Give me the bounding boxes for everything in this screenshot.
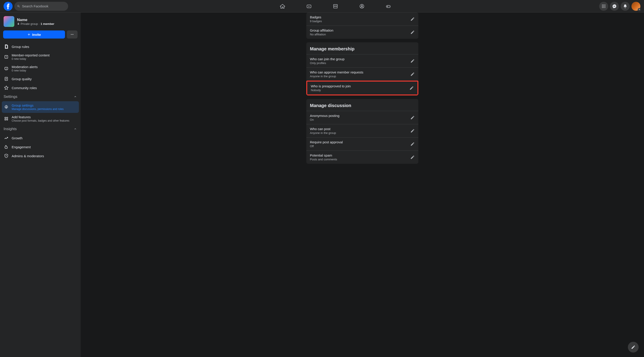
- right-nav: ▼: [599, 2, 640, 11]
- sidebar-item-moderation-alerts[interactable]: Moderation alerts0 new today: [2, 63, 79, 74]
- svg-point-5: [602, 4, 603, 5]
- sidebar-item-label: Engagement: [12, 145, 77, 149]
- svg-point-12: [603, 7, 604, 8]
- card-title: Manage membership: [306, 43, 418, 54]
- card-title: Manage discussion: [306, 100, 418, 111]
- pencil-icon: [410, 59, 415, 63]
- group-thumbnail: [4, 16, 14, 27]
- sidebar: Name Private group · 1 member Invite ···…: [0, 12, 81, 357]
- bell-icon: [623, 4, 628, 8]
- pencil-icon: [410, 17, 415, 21]
- messenger-button[interactable]: [610, 2, 619, 11]
- grid-icon: [602, 4, 606, 8]
- sidebar-item-admins[interactable]: Admins & moderators: [2, 151, 79, 160]
- features-icon: [4, 116, 8, 121]
- sidebar-item-label: Group quality: [12, 77, 77, 81]
- svg-rect-19: [7, 117, 8, 118]
- nav-groups[interactable]: [350, 1, 374, 12]
- sidebar-item-group-quality[interactable]: Group quality: [2, 74, 79, 83]
- setting-row-preapproved[interactable]: Who is preapproved to joinNobody: [306, 81, 418, 95]
- svg-point-3: [361, 5, 362, 6]
- setting-row-require-approval[interactable]: Require post approvalOff: [306, 137, 418, 150]
- engagement-icon: [4, 145, 8, 149]
- messenger-icon: [612, 4, 617, 8]
- search-input[interactable]: [22, 4, 66, 8]
- sidebar-item-group-settings[interactable]: Group settingsManage discussions, permis…: [2, 101, 79, 113]
- pencil-icon: [410, 155, 415, 159]
- more-options-button[interactable]: ···: [67, 30, 78, 38]
- svg-point-6: [603, 4, 604, 5]
- manage-discussion-card: Manage discussion Anonymous postingOn Wh…: [306, 99, 418, 164]
- compose-fab[interactable]: [628, 342, 638, 353]
- search-icon: [17, 4, 20, 8]
- nav-home[interactable]: [270, 1, 295, 12]
- notifications-button[interactable]: [621, 2, 630, 11]
- chevron-down-icon: ▼: [638, 8, 641, 11]
- gaming-icon: [386, 3, 391, 9]
- setting-row-affiliation[interactable]: Group affiliationNo affiliation: [306, 25, 418, 39]
- ellipsis-icon: ···: [70, 32, 74, 36]
- growth-icon: [4, 136, 8, 140]
- nav-watch[interactable]: [297, 1, 321, 12]
- menu-button[interactable]: [599, 2, 608, 11]
- sidebar-item-label: Add features: [12, 115, 77, 119]
- compose-icon: [631, 345, 636, 350]
- groups-icon: [359, 3, 364, 9]
- marketplace-icon: [333, 3, 338, 9]
- sidebar-item-community-roles[interactable]: Community roles: [2, 83, 79, 92]
- setting-row-who-can-join[interactable]: Who can join the groupOnly profiles: [306, 54, 418, 67]
- sidebar-item-label: Moderation alerts: [12, 65, 77, 69]
- manage-membership-card: Manage membership Who can join the group…: [306, 42, 418, 95]
- pencil-icon: [410, 142, 415, 146]
- insights-section-header[interactable]: Insights: [2, 124, 79, 133]
- sidebar-item-growth[interactable]: Growth: [2, 133, 79, 142]
- svg-point-13: [604, 7, 605, 8]
- group-meta: Private group · 1 member: [17, 22, 77, 25]
- settings-section-header[interactable]: Settings: [2, 92, 79, 101]
- setting-row-badges[interactable]: Badges9 badges: [306, 12, 418, 25]
- quality-icon: [4, 77, 8, 81]
- lock-icon: [17, 22, 20, 25]
- nav-marketplace[interactable]: [323, 1, 348, 12]
- settings-card-top: Badges9 badges Group affiliationNo affil…: [306, 12, 418, 39]
- sidebar-item-label: Group rules: [12, 45, 77, 49]
- svg-point-21: [7, 119, 8, 120]
- pencil-icon: [410, 129, 415, 133]
- shield-icon: [4, 154, 8, 158]
- setting-row-who-can-post[interactable]: Who can postAnyone in the group: [306, 124, 418, 137]
- roles-icon: [4, 85, 8, 90]
- group-header[interactable]: Name Private group · 1 member: [2, 14, 79, 29]
- sidebar-item-label: Admins & moderators: [12, 154, 77, 158]
- profile-avatar[interactable]: ▼: [632, 2, 640, 11]
- rules-icon: [4, 44, 8, 49]
- setting-row-who-can-approve[interactable]: Who can approve member requestsAnyone in…: [306, 67, 418, 81]
- sidebar-item-member-reported[interactable]: Member-reported content0 new today: [2, 51, 79, 63]
- svg-rect-20: [5, 119, 6, 120]
- gear-icon: [4, 105, 8, 109]
- facebook-logo[interactable]: [4, 2, 12, 11]
- sidebar-item-label: Member-reported content: [12, 53, 77, 57]
- search-box[interactable]: [14, 2, 68, 11]
- sidebar-item-label: Growth: [12, 136, 77, 140]
- svg-point-9: [603, 6, 604, 6]
- sidebar-item-label: Community roles: [12, 86, 77, 90]
- main-content: Badges9 badges Group affiliationNo affil…: [81, 12, 644, 357]
- group-name: Name: [17, 18, 77, 22]
- watch-icon: [306, 3, 312, 9]
- sidebar-item-engagement[interactable]: Engagement: [2, 142, 79, 151]
- svg-point-11: [602, 7, 603, 8]
- invite-button[interactable]: Invite: [3, 30, 65, 38]
- pencil-icon: [410, 72, 415, 76]
- svg-rect-18: [5, 117, 6, 118]
- chevron-up-icon: [74, 127, 77, 131]
- svg-point-7: [604, 4, 605, 5]
- nav-gaming[interactable]: [376, 1, 401, 12]
- chevron-up-icon: [74, 95, 77, 98]
- sidebar-item-add-features[interactable]: Add featuresChoose post formats, badges …: [2, 113, 79, 124]
- center-nav: [72, 1, 599, 12]
- setting-row-potential-spam[interactable]: Potential spamPosts and comments: [306, 150, 418, 164]
- sidebar-item-label: Group settings: [12, 103, 77, 107]
- sidebar-item-group-rules[interactable]: Group rules: [2, 42, 79, 51]
- plus-icon: [27, 33, 31, 36]
- setting-row-anonymous-posting[interactable]: Anonymous postingOn: [306, 111, 418, 124]
